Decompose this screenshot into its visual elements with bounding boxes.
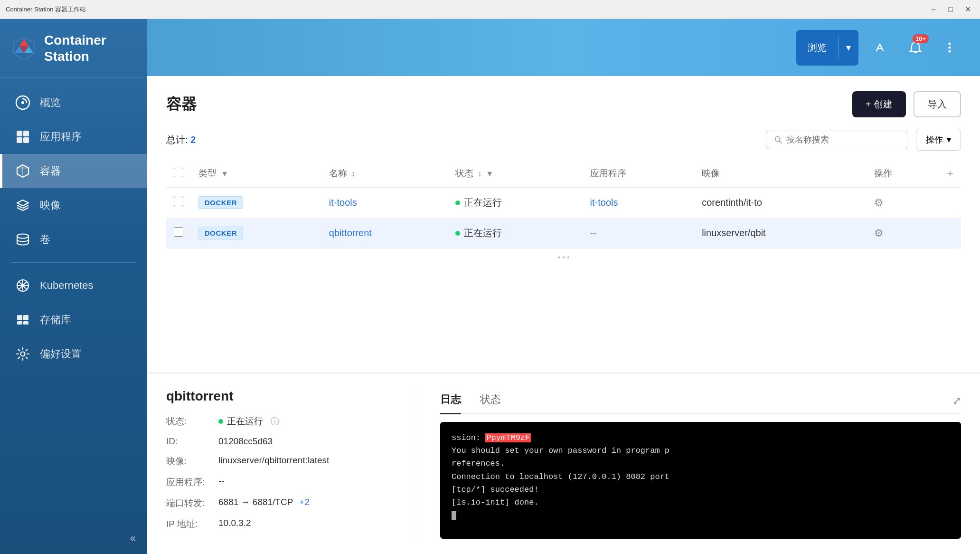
maximize-button[interactable]: □ [944, 3, 957, 16]
row-checkbox-0[interactable] [174, 197, 183, 206]
sidebar-item-overview-label: 概览 [40, 96, 61, 110]
container-name-1[interactable]: qbittorrent [329, 228, 372, 238]
search-input[interactable] [786, 135, 900, 145]
svg-point-17 [21, 284, 25, 287]
browse-dropdown-icon[interactable]: ▾ [838, 36, 858, 59]
sidebar-item-images-label: 映像 [40, 198, 61, 212]
sidebar-item-storage-label: 存储库 [40, 313, 71, 327]
type-filter-icon[interactable]: ▼ [221, 170, 228, 178]
settings-icon [14, 345, 31, 363]
log-cursor-line [452, 509, 950, 522]
container-name-0[interactable]: it-tools [329, 197, 357, 208]
col-type: 类型 ▼ [191, 160, 321, 187]
database-icon [14, 231, 31, 248]
type-badge-1: DOCKER [198, 227, 243, 239]
search-box[interactable] [766, 131, 908, 149]
app-title: Container Station [44, 32, 136, 64]
tab-logs[interactable]: 日志 [440, 389, 461, 413]
sidebar-navigation: 概览 应用程序 容器 映像 [0, 78, 147, 523]
select-all-checkbox[interactable] [174, 168, 183, 177]
dashboard-icon [14, 94, 31, 111]
sidebar-item-kubernetes[interactable]: Kubernetes [0, 268, 147, 303]
expand-icon[interactable]: ⤢ [952, 395, 961, 407]
main-content: 浏览 ▾ 10+ 容器 + 创建 导入 [147, 19, 980, 554]
svg-rect-21 [23, 321, 28, 325]
svg-rect-20 [17, 321, 22, 325]
search-icon [774, 135, 782, 144]
header-bar: 浏览 ▾ 10+ [147, 19, 980, 76]
detail-row-image: 映像: linuxserver/qbittorrent:latest [166, 455, 394, 468]
minimize-button[interactable]: – [927, 3, 940, 16]
draw-button[interactable] [870, 36, 893, 59]
sidebar: Container Station 概览 应用程序 [0, 19, 147, 554]
header-actions: + 创建 导入 [852, 91, 961, 117]
status-info-icon[interactable]: ⓘ [271, 416, 279, 427]
close-button[interactable]: ✕ [961, 3, 974, 16]
svg-rect-9 [17, 137, 22, 143]
svg-rect-18 [17, 315, 22, 320]
logs-tabs: 日志 状态 ⤢ [440, 389, 961, 414]
col-add[interactable]: + [939, 160, 961, 187]
tab-status[interactable]: 状态 [480, 389, 501, 413]
detail-divider [417, 389, 417, 539]
sidebar-item-images[interactable]: 映像 [0, 188, 147, 222]
col-name: 名称 ↕ [321, 160, 448, 187]
storage-icon [14, 311, 31, 328]
col-application: 应用程序 [583, 160, 695, 187]
image-0: corentinth/it-to [702, 197, 762, 208]
import-button[interactable]: 导入 [914, 91, 961, 117]
status-sort-icon[interactable]: ↕ [478, 170, 481, 178]
name-sort-icon[interactable]: ↕ [351, 170, 355, 178]
detail-row-port: 端口转发: 6881 → 6881/TCP +2 [166, 497, 394, 509]
detail-title: qbittorrent [166, 389, 394, 404]
svg-marker-1 [19, 39, 29, 46]
notification-button[interactable]: 10+ [904, 36, 927, 59]
svg-point-22 [21, 352, 25, 356]
detail-status-value: 正在运行 ⓘ [218, 415, 279, 428]
detail-row-id: ID: 01208cc5d63 [166, 436, 394, 447]
sidebar-item-applications-label: 应用程序 [40, 130, 82, 144]
table-row: DOCKER it-tools 正在运行 it-tools corentinth… [166, 187, 961, 218]
sidebar-item-applications[interactable]: 应用程序 [0, 120, 147, 154]
more-button[interactable] [938, 36, 961, 59]
sidebar-item-storage[interactable]: 存储库 [0, 303, 147, 337]
app-0: -- [590, 228, 596, 238]
detail-row-app: 应用程序: -- [166, 476, 394, 488]
status-filter-icon[interactable]: ▼ [486, 170, 494, 178]
table-header-row: 类型 ▼ 名称 ↕ 状态 ↕ ▼ [166, 160, 961, 187]
title-bar: Container Station 容器工作站 – □ ✕ [0, 0, 980, 19]
helm-icon [14, 277, 31, 294]
sidebar-item-volumes[interactable]: 卷 [0, 222, 147, 257]
app-link-0[interactable]: it-tools [590, 197, 618, 208]
detail-row-ip: IP 地址: 10.0.3.2 [166, 518, 394, 530]
row-checkbox-1[interactable] [174, 227, 183, 237]
settings-icon-0[interactable]: ⚙ [874, 197, 884, 209]
nav-divider [11, 262, 136, 263]
svg-rect-7 [17, 131, 22, 136]
app-logo [11, 33, 37, 64]
log-cursor [452, 511, 456, 520]
toolbar-right: 操作 ▾ [766, 129, 961, 151]
svg-point-6 [21, 101, 24, 104]
collapse-button[interactable]: « [130, 532, 136, 544]
sidebar-item-overview[interactable]: 概览 [0, 86, 147, 120]
sidebar-item-containers-label: 容器 [40, 164, 61, 178]
svg-point-11 [17, 234, 28, 239]
browse-label: 浏览 [796, 36, 838, 60]
notification-badge: 10+ [913, 34, 929, 43]
scroll-hint: • • • [166, 248, 961, 267]
table-toolbar: 总计: 2 操作 ▾ [166, 129, 961, 151]
operations-button[interactable]: 操作 ▾ [916, 129, 961, 151]
create-button[interactable]: + 创建 [852, 91, 906, 117]
log-line-4: [tcp/*] succeeded! [452, 483, 950, 496]
log-terminal: ssion: PpymTM9zF You should set your own… [440, 422, 961, 539]
browse-button[interactable]: 浏览 ▾ [796, 30, 858, 66]
detail-panel: qbittorrent 状态: 正在运行 ⓘ ID: 01208cc5d63 [147, 373, 980, 554]
table-row: DOCKER qbittorrent 正在运行 -- linuxserver/q… [166, 218, 961, 248]
sidebar-item-containers[interactable]: 容器 [0, 154, 147, 188]
port-extra-link[interactable]: +2 [299, 497, 310, 507]
log-line-3: Connection to localhost (127.0.0.1) 8082… [452, 470, 950, 483]
log-line-0: ssion: PpymTM9zF [452, 431, 950, 444]
settings-icon-1[interactable]: ⚙ [874, 227, 884, 239]
sidebar-item-preferences[interactable]: 偏好设置 [0, 337, 147, 371]
